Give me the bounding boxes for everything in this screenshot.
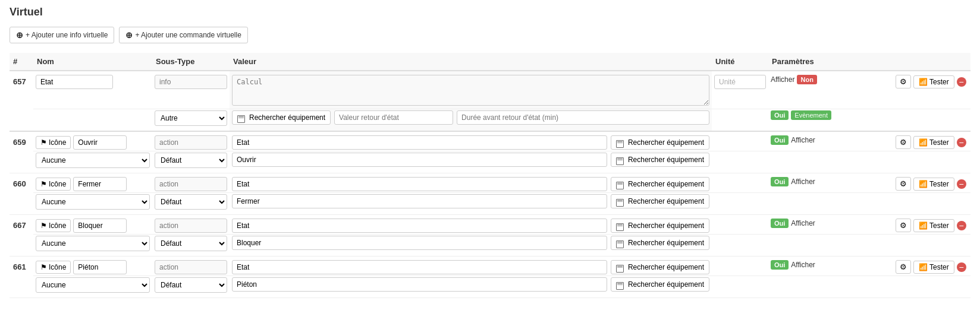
tester-label: Tester bbox=[929, 180, 949, 188]
icone-button[interactable]: ⚑ Icône bbox=[36, 261, 71, 274]
params-row: Oui Afficher bbox=[771, 260, 891, 270]
rechercher-button[interactable]: Rechercher équipement bbox=[232, 110, 331, 125]
rechercher-label: Rechercher équipement bbox=[628, 197, 704, 205]
rechercher-button[interactable]: Rechercher équipement bbox=[611, 135, 709, 150]
valeur-cell: Rechercher équipement bbox=[230, 131, 712, 151]
rechercher-button[interactable]: Rechercher équipement bbox=[611, 277, 709, 292]
nom-input[interactable] bbox=[73, 219, 127, 233]
nom-input[interactable] bbox=[73, 177, 127, 191]
table-row: 660 ⚑ Icône Rechercher équipement bbox=[10, 173, 970, 193]
table-row-sub: Aucune Défaut Rechercher équipement bbox=[10, 276, 970, 298]
tester-button[interactable]: 📶 Tester bbox=[913, 178, 954, 191]
unite-cell bbox=[712, 257, 768, 276]
badge-oui[interactable]: Oui bbox=[771, 219, 789, 228]
add-commande-label: + Ajouter une commande virtuelle bbox=[135, 31, 241, 39]
params-cell: Oui Afficher bbox=[768, 215, 893, 235]
nom-input[interactable] bbox=[73, 135, 127, 150]
col-valeur: Valeur bbox=[230, 53, 712, 71]
badge-oui[interactable]: Oui bbox=[771, 177, 789, 186]
soustype-input[interactable] bbox=[155, 219, 227, 233]
soustype-select[interactable]: Autre bbox=[155, 110, 227, 126]
nom-row: ⚑ Icône bbox=[36, 135, 150, 150]
soustype-select[interactable]: Défaut bbox=[155, 194, 227, 210]
remove-button[interactable]: − bbox=[957, 221, 966, 230]
rechercher-button[interactable]: Rechercher équipement bbox=[611, 236, 709, 250]
row-id: 659 bbox=[10, 131, 33, 173]
icone-button[interactable]: ⚑ Icône bbox=[36, 178, 71, 191]
actions-sub bbox=[893, 151, 970, 173]
remove-button[interactable]: − bbox=[957, 179, 966, 189]
aucune-select[interactable]: Aucune bbox=[36, 153, 150, 168]
nom-input[interactable] bbox=[36, 75, 113, 89]
rechercher-button[interactable]: Rechercher équipement bbox=[611, 177, 709, 191]
calendar-icon bbox=[616, 140, 624, 148]
icone-label: Icône bbox=[49, 180, 66, 188]
rechercher-label: Rechercher équipement bbox=[628, 156, 704, 164]
rechercher-button[interactable]: Rechercher équipement bbox=[611, 153, 709, 167]
soustype-select[interactable]: Défaut bbox=[155, 277, 227, 293]
gear-button[interactable]: ⚙ bbox=[896, 135, 911, 149]
remove-button[interactable]: − bbox=[957, 138, 966, 147]
valeur-nom-input[interactable] bbox=[232, 194, 607, 208]
rechercher-button[interactable]: Rechercher équipement bbox=[611, 194, 709, 208]
rechercher-button[interactable]: Rechercher équipement bbox=[611, 219, 709, 233]
row-id: 661 bbox=[10, 257, 33, 298]
gear-button[interactable]: ⚙ bbox=[896, 75, 911, 88]
nom-input[interactable] bbox=[73, 260, 127, 274]
valeur-nom-input[interactable] bbox=[232, 236, 607, 250]
valeur-textarea[interactable] bbox=[232, 75, 709, 106]
gear-button[interactable]: ⚙ bbox=[896, 177, 911, 191]
valeur-etat-input[interactable] bbox=[232, 219, 607, 233]
soustype-select[interactable]: Défaut bbox=[155, 236, 227, 251]
badge-oui[interactable]: Oui bbox=[771, 110, 789, 120]
flag-icon: ⚑ bbox=[40, 221, 47, 230]
soustype-input[interactable] bbox=[155, 135, 227, 150]
aucune-select[interactable]: Aucune bbox=[36, 277, 150, 293]
soustype-input[interactable] bbox=[155, 260, 227, 274]
valeur-nom-input[interactable] bbox=[232, 277, 607, 292]
icone-label: Icône bbox=[49, 263, 66, 271]
nom-sub: Aucune bbox=[33, 235, 152, 257]
tester-button[interactable]: 📶 Tester bbox=[913, 136, 954, 149]
tester-button[interactable]: 📶 Tester bbox=[913, 75, 954, 88]
nom-row: ⚑ Icône bbox=[36, 260, 150, 274]
badge-non[interactable]: Non bbox=[797, 75, 816, 84]
rechercher-label: Rechercher équipement bbox=[628, 280, 704, 289]
row-id: 667 bbox=[10, 215, 33, 257]
nom-sub: Aucune bbox=[33, 151, 152, 173]
add-commande-button[interactable]: ⊕ + Ajouter une commande virtuelle bbox=[119, 27, 247, 43]
nom-row: ⚑ Icône bbox=[36, 219, 150, 233]
valeur-retour-input[interactable] bbox=[334, 110, 453, 125]
soustype-input[interactable] bbox=[155, 75, 227, 89]
remove-button[interactable]: − bbox=[957, 77, 966, 87]
aucune-select[interactable]: Aucune bbox=[36, 194, 150, 210]
icone-button[interactable]: ⚑ Icône bbox=[36, 219, 71, 232]
valeur-nom-input[interactable] bbox=[232, 153, 607, 167]
unite-input[interactable] bbox=[714, 75, 766, 89]
wifi-icon: 📶 bbox=[919, 138, 928, 147]
calendar-icon bbox=[616, 282, 624, 290]
col-actions bbox=[893, 53, 970, 71]
valeur-etat-input[interactable] bbox=[232, 260, 607, 274]
valeur-etat-input[interactable] bbox=[232, 177, 607, 191]
params-sub bbox=[768, 276, 893, 298]
badge-oui[interactable]: Oui bbox=[771, 260, 789, 270]
badge-oui[interactable]: Oui bbox=[771, 135, 789, 145]
soustype-select[interactable]: Défaut bbox=[155, 153, 227, 168]
duree-input[interactable] bbox=[457, 110, 709, 125]
gear-button[interactable]: ⚙ bbox=[896, 219, 911, 232]
valeur-etat-input[interactable] bbox=[232, 135, 607, 150]
remove-button[interactable]: − bbox=[957, 262, 966, 272]
soustype-input[interactable] bbox=[155, 177, 227, 191]
add-info-button[interactable]: ⊕ + Ajouter une info virtuelle bbox=[10, 27, 114, 43]
tester-label: Tester bbox=[929, 138, 949, 147]
gear-button[interactable]: ⚙ bbox=[896, 260, 911, 274]
unite-cell bbox=[712, 131, 768, 151]
badge-evenement[interactable]: Evènement bbox=[791, 110, 831, 120]
tester-button[interactable]: 📶 Tester bbox=[913, 219, 954, 232]
icone-button[interactable]: ⚑ Icône bbox=[36, 136, 71, 149]
rechercher-button[interactable]: Rechercher équipement bbox=[611, 260, 709, 274]
aucune-select[interactable]: Aucune bbox=[36, 236, 150, 251]
tester-button[interactable]: 📶 Tester bbox=[913, 261, 954, 274]
valeur-cell bbox=[230, 71, 712, 109]
